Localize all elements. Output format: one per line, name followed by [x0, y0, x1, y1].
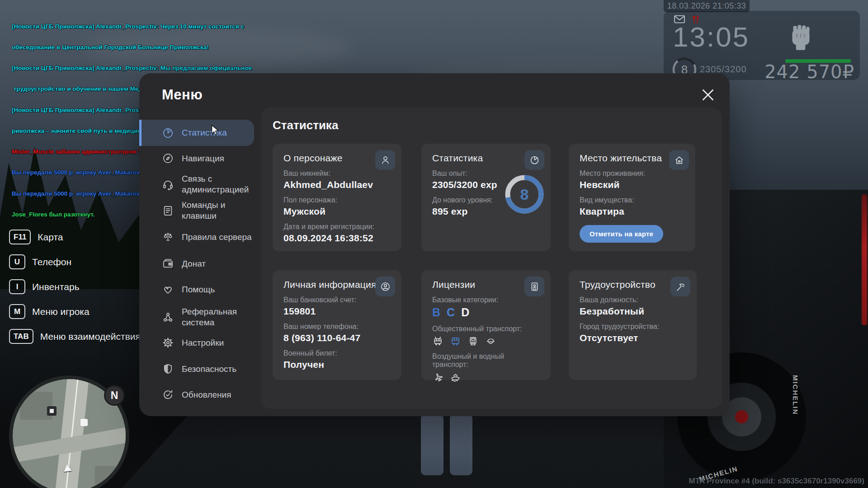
person-circle-icon: [375, 277, 395, 296]
license-category-d: D: [461, 306, 469, 319]
field-label: До нового уровня:: [432, 196, 514, 204]
license-category-c: C: [447, 306, 455, 319]
shield-icon: [162, 363, 174, 375]
player-marker-icon: [63, 464, 72, 472]
sidebar-item-admin-contact[interactable]: Связь с администрацией: [162, 174, 259, 195]
handshake-icon: [162, 283, 174, 296]
content-panel: Статистика О персонаже Ваш никнейм: Akhm…: [261, 108, 722, 409]
pickaxe-icon: [670, 277, 690, 296]
sidebar-item-donate[interactable]: Донат: [162, 258, 259, 270]
server-datetime: 18.03.2026 21:05:33: [664, 0, 750, 12]
sidebar-item-updates[interactable]: Обновления: [162, 389, 259, 401]
card-about-character: О персонаже Ваш никнейм: Akhmed_Abdullae…: [273, 144, 401, 251]
gear-icon: [162, 337, 174, 349]
wheel-hub: [735, 410, 748, 423]
card-title: Трудоустройство: [580, 279, 686, 290]
sidebar-item-security[interactable]: Безопасность: [162, 363, 259, 375]
sidebar-item-navigation[interactable]: Навигация: [162, 152, 259, 164]
sidebar-item-settings[interactable]: Настройки: [162, 337, 259, 349]
keybind-row: I Инвентарь: [9, 279, 141, 294]
bus-icon: [450, 335, 461, 347]
field-value: 8 (963) 110-64-47: [283, 333, 391, 343]
chat-line: обеседование в Центральной Городской Бол…: [12, 44, 252, 51]
shoe: [420, 475, 444, 488]
field-label: Ваш опыт:: [432, 169, 514, 178]
field-label: Дата и время регистрации:: [283, 223, 391, 231]
card-title: Лицензии: [432, 279, 540, 290]
keybind-row: M Меню игрока: [9, 304, 141, 319]
game-screen: MICHELIN MICHELIN [Новости ЦГБ Приволжск…: [0, 0, 868, 488]
sidebar-item-help[interactable]: Помощь: [162, 283, 259, 296]
pie-chart-icon: [162, 127, 174, 139]
compass-icon: [162, 152, 174, 164]
field-label: Город трудоустройства:: [580, 323, 686, 331]
keybind-row: U Телефон: [9, 254, 141, 269]
minimap-north-badge: N: [104, 385, 125, 406]
field-value: 895 exp: [432, 206, 514, 217]
wallet-icon: [162, 258, 174, 270]
ring-level-number: 8: [520, 186, 529, 203]
close-icon[interactable]: [702, 89, 714, 101]
card-residence: Место жительства Место проживания: Невск…: [569, 144, 695, 251]
leg: [450, 414, 472, 475]
keybind-label: Меню игрока: [32, 306, 90, 317]
share-icon: [162, 311, 174, 324]
field-value: Безработный: [580, 306, 686, 317]
field-label: Базовые категории:: [432, 296, 540, 304]
sidebar-item-rules[interactable]: Правила сервера: [162, 231, 259, 243]
key-badge: U: [9, 254, 25, 269]
field-label: Вид имущества:: [580, 196, 684, 204]
update-icon: [162, 389, 174, 401]
field-label: Военный билет:: [283, 349, 391, 357]
field-label: Ваш номер телефона:: [283, 323, 391, 331]
field-label: Ваш банковский счет:: [283, 296, 391, 304]
field-label: Пол персонажа:: [283, 196, 391, 204]
tire-brand-text: MICHELIN: [792, 375, 799, 415]
keybind-label: Меню взаимодействия: [40, 331, 141, 342]
sidebar-item-label: Команды и клавиши: [182, 200, 259, 221]
headset-icon: [162, 178, 174, 191]
minimap-marker: [80, 419, 88, 426]
field-value: 08.09.2024 16:38:52: [283, 233, 391, 244]
page-title: Статистика: [273, 118, 338, 132]
car-taillight: [862, 194, 867, 325]
sidebar-item-label: Обновления: [182, 389, 259, 400]
field-value: Невский: [580, 179, 684, 190]
air-water-licenses: [432, 371, 540, 382]
field-value: Квартира: [580, 206, 684, 217]
tram-icon: [467, 335, 479, 347]
sidebar-item-label: Безопасность: [182, 364, 259, 375]
person-icon: [375, 150, 395, 170]
driver-cap-icon: [485, 335, 496, 347]
field-label: Ваша должность:: [580, 296, 686, 304]
shoe: [449, 475, 474, 488]
sidebar-item-label: Связь с администрацией: [182, 174, 259, 195]
sidebar-item-label: Помощь: [182, 284, 259, 295]
keybind-label: Телефон: [32, 257, 71, 267]
keybind-hints: F11 Карта U Телефон I Инвентарь M Меню и…: [9, 230, 141, 354]
chat-line: [Новости ЦГБ Приволжска] Alexandr_Prospe…: [12, 23, 252, 30]
sidebar-item-statistics[interactable]: Статистика: [139, 120, 254, 146]
field-label: Общественный транспорт:: [432, 325, 540, 333]
house-icon: [669, 150, 689, 170]
sidebar-item-label: Навигация: [182, 153, 259, 164]
pie-chart-icon: [524, 150, 544, 170]
card-title: О персонаже: [283, 153, 391, 164]
sidebar-item-label: Донат: [182, 258, 259, 269]
sidebar-item-commands[interactable]: Команды и клавиши: [162, 200, 259, 221]
level-progress-ring: 8: [505, 174, 544, 214]
server-build-watermark: MTA Province #4 (build: s3635c3670r1390v…: [689, 477, 864, 486]
field-value: 2305/3200 exp: [432, 179, 514, 190]
plane-icon: [432, 371, 443, 382]
field-value: Отсутствует: [580, 333, 686, 343]
sidebar-item-label: Реферальная система: [182, 306, 259, 328]
card-employment: Трудоустройство Ваша должность: Безработ…: [569, 270, 697, 380]
mark-on-map-button[interactable]: Отметить на карте: [580, 225, 663, 243]
keybind-label: Инвентарь: [32, 282, 80, 292]
sidebar-item-referral[interactable]: Реферальная система: [162, 306, 259, 328]
ship-icon: [450, 371, 461, 382]
leg: [421, 414, 443, 475]
sidebar-item-label: Настройки: [182, 338, 259, 348]
card-personal-info: Личная информация Ваш банковский счет: 1…: [273, 270, 401, 380]
license-category-b: B: [432, 306, 440, 319]
